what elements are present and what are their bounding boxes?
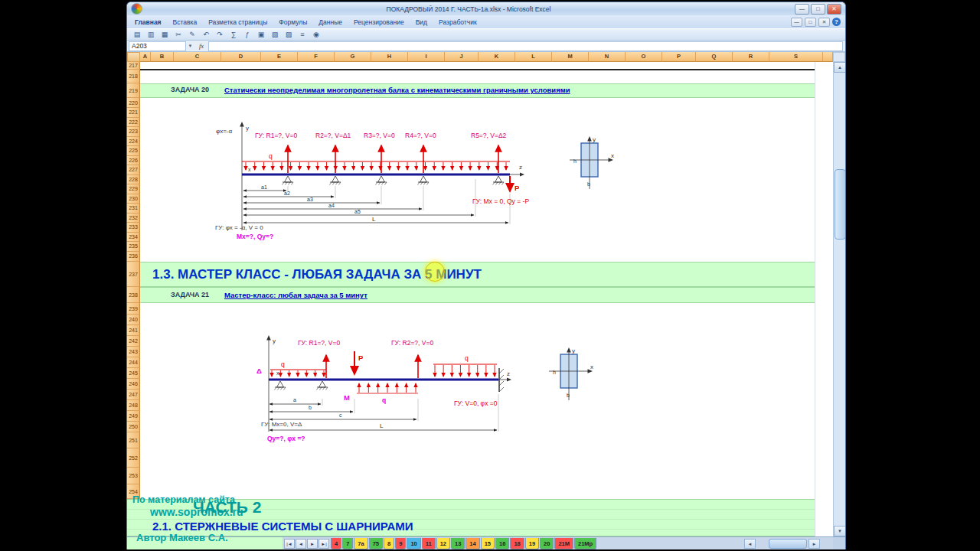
ribbon-tab-2[interactable]: Вставка (173, 18, 198, 26)
row-header-233[interactable]: 233 (127, 223, 140, 233)
scroll-down-icon[interactable]: ▼ (834, 526, 846, 536)
sheet-tab-7[interactable]: 7 (342, 538, 353, 549)
row-header-250[interactable]: 250 (127, 422, 140, 432)
fill-icon[interactable]: ▨ (283, 30, 294, 40)
sheet-tab-11[interactable]: 11 (422, 538, 436, 549)
minimize-button[interactable]: — (795, 4, 809, 15)
office-button-icon[interactable] (131, 3, 142, 15)
column-header-F[interactable]: F (298, 52, 335, 62)
vertical-scrollbar[interactable]: ▲ ▼ (833, 62, 845, 536)
print-icon[interactable]: ▦ (159, 30, 170, 40)
column-header-partial[interactable] (823, 52, 833, 62)
row-header-253[interactable]: 253 (127, 468, 140, 484)
row-header-243[interactable]: 243 (127, 347, 140, 357)
row-header-244[interactable]: 244 (127, 357, 140, 368)
sheet-tab-15[interactable]: 15 (481, 538, 495, 549)
task21-label[interactable]: ЗАДАЧА 21 (171, 291, 209, 298)
sheet-tab-75[interactable]: 75 (369, 538, 383, 549)
undo-icon[interactable]: ↶ (201, 30, 211, 40)
column-header-H[interactable]: H (371, 52, 408, 62)
select-all-corner[interactable] (127, 52, 140, 62)
sheet-tab-12[interactable]: 12 (436, 538, 450, 549)
column-header-D[interactable]: D (221, 52, 261, 62)
column-header-C[interactable]: C (174, 52, 221, 62)
row-header-224[interactable]: 224 (127, 137, 140, 147)
horizontal-scroll-thumb[interactable] (769, 539, 807, 549)
row-header-248[interactable]: 248 (127, 400, 140, 411)
sheet-tab-19[interactable]: 19 (525, 538, 539, 549)
hscroll-right-icon[interactable]: ► (808, 539, 820, 549)
row-header-227[interactable]: 227 (127, 165, 140, 175)
help-icon[interactable]: ? (832, 18, 841, 26)
row-header-236[interactable]: 236 (127, 252, 140, 262)
sheet-tab-21М[interactable]: 21М (554, 538, 573, 549)
sheet-tab-20[interactable]: 20 (540, 538, 554, 549)
column-header-N[interactable]: N (589, 52, 626, 62)
row-header-247[interactable]: 247 (127, 390, 140, 400)
row-header-218[interactable]: 218 (127, 70, 140, 83)
column-header-J[interactable]: J (445, 52, 479, 62)
hscroll-left-icon[interactable]: ◄ (744, 539, 756, 549)
task21-title-link[interactable]: Мастер-класс: любая задача за 5 минут (224, 291, 368, 299)
ribbon-tab-3[interactable]: Разметка страницы (208, 18, 267, 26)
ribbon-tab-7[interactable]: Вид (416, 18, 427, 26)
row-header-223[interactable]: 223 (127, 127, 140, 137)
ribbon-tab-4[interactable]: Формулы (279, 18, 307, 26)
sheet-tab-16[interactable]: 16 (495, 538, 509, 549)
column-header-O[interactable]: O (626, 52, 662, 62)
workbook-restore-button[interactable]: □ (805, 18, 816, 27)
sheet-nav-2-icon[interactable]: ◄ (296, 539, 306, 549)
column-header-Q[interactable]: Q (696, 52, 733, 62)
sheet-tab-8[interactable]: 8 (384, 538, 394, 549)
workbook-close-button[interactable]: ✕ (818, 18, 830, 27)
task20-label[interactable]: ЗАДАЧА 20 (171, 86, 209, 93)
column-header-K[interactable]: K (479, 52, 515, 62)
sheet-tab-4[interactable]: 4 (331, 538, 341, 549)
column-header-S[interactable]: S (769, 52, 823, 62)
ribbon-tab-5[interactable]: Данные (318, 18, 342, 26)
sheet-tab-9[interactable]: 9 (395, 538, 406, 549)
cut-icon[interactable]: ✂ (173, 30, 184, 40)
sheet-nav-3-icon[interactable]: ► (307, 539, 318, 549)
sheet-tab-7а[interactable]: 7а (354, 538, 368, 549)
column-header-M[interactable]: M (552, 52, 589, 62)
name-box-arrow-icon[interactable]: ▼ (186, 44, 194, 48)
row-header-222[interactable]: 222 (127, 118, 140, 128)
scroll-up-icon[interactable]: ▲ (834, 62, 846, 73)
edit-icon[interactable]: ✎ (187, 30, 198, 40)
sheet-tab-21Мр[interactable]: 21Мр (574, 538, 596, 549)
open-icon[interactable]: ▤ (132, 30, 142, 40)
name-box[interactable]: A203 (129, 41, 186, 51)
row-header-225[interactable]: 225 (127, 146, 140, 156)
row-header-221[interactable]: 221 (127, 108, 140, 118)
autosum-icon[interactable]: ∑ (228, 30, 239, 40)
sheet-tab-13[interactable]: 13 (451, 538, 465, 549)
borders-icon[interactable]: ▣ (256, 30, 266, 40)
chart-icon[interactable]: ▧ (270, 30, 280, 40)
row-header-217[interactable]: 217 (127, 62, 140, 70)
fx-icon[interactable]: fx (194, 42, 208, 50)
sheet-tab-10[interactable]: 10 (407, 538, 420, 549)
row-header-220[interactable]: 220 (127, 98, 140, 108)
row-header-229[interactable]: 229 (127, 184, 140, 194)
row-header-245[interactable]: 245 (127, 368, 140, 379)
sheet-tab-18[interactable]: 18 (510, 538, 524, 549)
redo-icon[interactable]: ↷ (214, 30, 225, 40)
column-header-A[interactable]: A (140, 52, 151, 62)
save-icon[interactable]: ▥ (145, 30, 156, 40)
row-header-241[interactable]: 241 (127, 325, 140, 336)
row-header-251[interactable]: 251 (127, 432, 140, 448)
row-header-219[interactable]: 219 (127, 83, 140, 98)
resize-grip[interactable] (833, 537, 845, 549)
row-header-238[interactable]: 238 (127, 287, 140, 303)
zoom-icon[interactable]: ◉ (311, 30, 322, 40)
column-header-R[interactable]: R (733, 52, 769, 62)
row-header-246[interactable]: 246 (127, 379, 140, 390)
ribbon-tab-8[interactable]: Разработчик (439, 18, 477, 26)
row-header-239[interactable]: 239 (127, 303, 140, 315)
workbook-minimize-button[interactable]: — (791, 18, 802, 27)
row-header-228[interactable]: 228 (127, 175, 140, 185)
sheet-tab-14[interactable]: 14 (466, 538, 479, 549)
row-header-235[interactable]: 235 (127, 242, 140, 252)
maximize-button[interactable]: □ (811, 4, 825, 15)
